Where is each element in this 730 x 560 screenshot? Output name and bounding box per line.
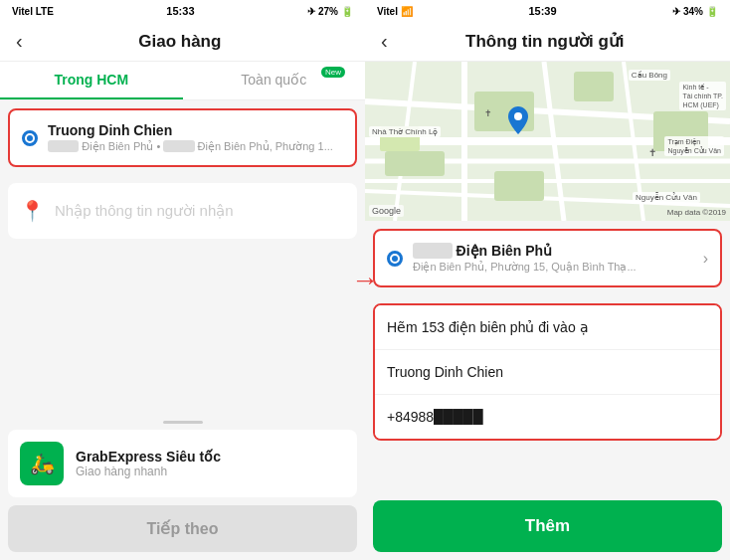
tab-trong-hcm[interactable]: Trong HCM [0, 62, 183, 99]
grab-express-desc: Giao hàng nhanh [76, 465, 345, 478]
recipient-section[interactable]: 📍 Nhập thông tin người nhận [8, 183, 357, 239]
right-location-address: Điện Biên Phủ, Phường 15, Quận Bình Thạ.… [413, 261, 703, 274]
chevron-right-icon: › [703, 250, 708, 268]
left-phone-screen: Vitel LTE 15:33 ✈ 27% 🔋 ‹ Giao hàng Tron… [0, 0, 365, 560]
map-label-nguyen-cuu-van: Nguyễn Cửu Vân [633, 192, 700, 203]
google-logo: Google [369, 205, 404, 217]
right-location-row[interactable]: ████ Điện Biên Phủ Điện Biên Phủ, Phường… [373, 229, 722, 287]
grab-express-name: GrabExpress Siêu tốc [76, 449, 345, 465]
sender-info: Truong Dinh Chien ████ Điện Biên Phủ • █… [48, 122, 343, 153]
right-battery: ✈ 34% 🔋 [672, 6, 718, 17]
left-status-bar: Vitel LTE 15:33 ✈ 27% 🔋 [0, 0, 365, 22]
grab-express-icon: 🛵 [20, 442, 64, 485]
sender-location-item[interactable]: Truong Dinh Chien ████ Điện Biên Phủ • █… [10, 110, 355, 165]
map-label-cau-bong: Cầu Bông [629, 70, 670, 81]
left-carrier: Vitel LTE [12, 6, 54, 17]
map-label-nha-tho: Nhà Thờ Chính Lộ [369, 126, 441, 137]
tiep-theo-button[interactable]: Tiếp theo [8, 505, 357, 552]
right-back-button[interactable]: ‹ [381, 30, 388, 53]
right-phone-screen: Vitel 📶 15:39 ✈ 34% 🔋 ‹ Thông tin người … [365, 0, 730, 560]
bottom-section: 🛵 GrabExpress Siêu tốc Giao hàng nhanh T… [0, 407, 365, 560]
recipient-pin-icon: 📍 [20, 199, 45, 223]
map-location-pin [508, 106, 528, 138]
map-data-text: Map data ©2019 [667, 208, 726, 217]
them-button[interactable]: Thêm [373, 500, 722, 552]
right-header: ‹ Thông tin người gửi [365, 22, 730, 62]
right-location-name: ████ Điện Biên Phủ [413, 243, 703, 259]
separator [163, 421, 203, 424]
right-time: 15:39 [528, 5, 556, 17]
left-back-button[interactable]: ‹ [16, 30, 23, 53]
new-badge: New [321, 67, 345, 78]
right-location-dot [387, 251, 403, 267]
grab-express-item[interactable]: 🛵 GrabExpress Siêu tốc Giao hàng nhanh [8, 430, 357, 497]
form-section [373, 303, 722, 441]
sender-location-section: Truong Dinh Chien ████ Điện Biên Phủ • █… [8, 108, 357, 167]
recipient-placeholder: Nhập thông tin người nhận [55, 202, 234, 220]
map-label-tram-dien: Trạm ĐiệnNguyễn Cửu Vân [664, 136, 724, 156]
left-time: 15:33 [166, 5, 194, 17]
map-label-uef: Kinh tế -Tài chính TP.HCM (UEF) [679, 82, 726, 110]
right-location-info: ████ Điện Biên Phủ Điện Biên Phủ, Phường… [413, 243, 703, 274]
tab-toan-quoc[interactable]: Toàn quốc New [183, 62, 366, 99]
phone-input[interactable] [375, 395, 720, 439]
left-page-title: Giao hàng [31, 32, 329, 52]
name-input[interactable] [375, 350, 720, 395]
note-input[interactable] [375, 305, 720, 350]
location-dot-icon [22, 130, 38, 146]
tab-bar: Trong HCM Toàn quốc New [0, 62, 365, 100]
right-status-bar: Vitel 📶 15:39 ✈ 34% 🔋 [365, 0, 730, 22]
svg-rect-12 [494, 171, 544, 201]
sender-address: ████ Điện Biên Phủ • ████ Điện Biên Phủ,… [48, 140, 343, 153]
svg-rect-13 [385, 151, 445, 176]
left-header: ‹ Giao hàng [0, 22, 365, 62]
right-page-title: Thông tin người gửi [396, 31, 694, 52]
svg-point-18 [514, 112, 522, 120]
svg-rect-11 [574, 72, 614, 101]
map-area: ✝ ✝ Cầu Bông Kinh tế -Tài chính TP.HCM (… [365, 62, 730, 221]
svg-text:✝: ✝ [484, 108, 492, 118]
grab-express-info: GrabExpress Siêu tốc Giao hàng nhanh [76, 449, 345, 478]
right-carrier: Vitel 📶 [377, 6, 413, 17]
left-battery: ✈ 27% 🔋 [307, 6, 353, 17]
svg-text:✝: ✝ [648, 147, 656, 158]
sender-name: Truong Dinh Chien [48, 122, 343, 138]
transition-arrow: → [346, 268, 384, 293]
